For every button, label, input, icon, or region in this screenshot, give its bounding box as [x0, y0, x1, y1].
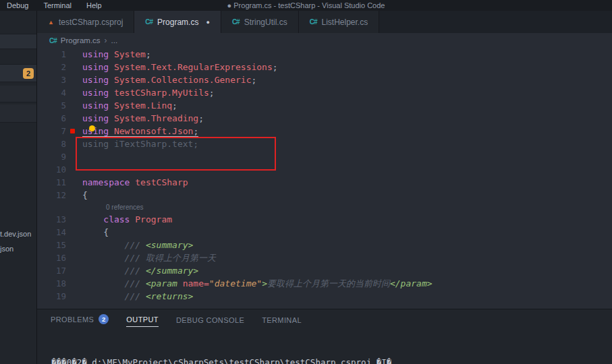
line-number[interactable]: 16 [37, 251, 66, 264]
code-line: 1using System; [37, 48, 612, 61]
code-line: 14 { [37, 226, 612, 239]
panel-tabs: PROBLEMS 2 OUTPUT DEBUG CONSOLE TERMINAL [37, 309, 612, 327]
code-line: 13 class Program [37, 213, 612, 226]
tab-program-cs[interactable]: C# Program.cs ● [134, 11, 221, 33]
line-number[interactable]: 7 [37, 125, 66, 138]
code-text: using System.Text.RegularExpressions; [66, 61, 278, 73]
csproj-file-icon: ▲ [48, 19, 54, 26]
sidebar-row[interactable]: 2 [0, 64, 37, 82]
sidebar-row[interactable] [0, 104, 37, 123]
problems-count-badge: 2 [99, 314, 109, 324]
sidebar-row[interactable] [0, 86, 37, 102]
code-text: using Newtonsoft.Json; [66, 125, 198, 138]
sidebar-file-json[interactable]: json [0, 245, 13, 253]
menu-debug[interactable]: Debug [7, 0, 28, 11]
code-line: 11namespace testCSharp [37, 176, 612, 189]
output-line: ���0�2� d:\MF\MyProject\cSharpSets\testC… [41, 356, 612, 364]
breadcrumb: C# Program.cs › ... [37, 33, 612, 48]
line-number[interactable]: 10 [37, 163, 66, 176]
tab-label: ListHelper.cs [322, 18, 368, 27]
csharp-file-icon: C# [232, 18, 240, 26]
code-text: /// <param name="datetime">要取得上个月第一天的当前时… [66, 277, 433, 290]
code-line: 8using iTextSharp.text; [37, 138, 612, 150]
line-number[interactable]: 14 [37, 226, 66, 239]
code-text [66, 163, 82, 176]
menu-bar: Debug Terminal Help [0, 0, 102, 11]
line-number[interactable]: 17 [37, 264, 66, 277]
tab-label: testCSharp.csproj [59, 18, 123, 27]
line-number[interactable]: 2 [37, 61, 66, 73]
code-line: 3using System.Collections.Generic; [37, 73, 612, 86]
tab-label: Program.cs [157, 18, 198, 27]
breakpoint-icon[interactable] [70, 129, 75, 133]
tab-stringutil-cs[interactable]: C# StringUtil.cs [221, 11, 299, 33]
code-line: 18 /// <param name="datetime">要取得上个月第一天的… [37, 277, 612, 290]
code-line: 15 /// <summary> [37, 239, 612, 251]
vscode-window: Debug Terminal Help ● Program.cs - testC… [0, 0, 612, 364]
code-line: 10 [37, 163, 612, 176]
line-number[interactable]: 4 [37, 86, 66, 99]
line-number[interactable]: 13 [37, 213, 66, 226]
csharp-file-icon: C# [145, 18, 152, 26]
line-number[interactable]: 9 [37, 150, 66, 163]
code-text: using testCSharp.MyUtils; [66, 86, 215, 99]
sidebar-file-devjson[interactable]: t.dev.json [0, 230, 31, 238]
code-line: 16 /// 取得上个月第一天 [37, 251, 612, 264]
line-number[interactable]: 1 [37, 48, 66, 61]
codelens-references[interactable]: 0 references [37, 202, 612, 213]
line-number[interactable]: 19 [37, 290, 66, 303]
code-editor[interactable]: 1using System;2using System.Text.Regular… [37, 48, 612, 309]
modified-count-badge: 2 [23, 68, 34, 79]
code-text: /// <summary> [66, 239, 193, 251]
code-line: 6using System.Threading; [37, 112, 612, 125]
sidebar: 2 t.dev.json json [0, 11, 37, 364]
code-text: /// </summary> [66, 264, 198, 277]
panel-tab-problems[interactable]: PROBLEMS 2 [51, 314, 109, 327]
code-text: class Program [66, 213, 172, 226]
line-number[interactable]: 11 [37, 176, 66, 189]
panel-tab-terminal[interactable]: TERMINAL [262, 316, 302, 327]
code-line: 12{ [37, 189, 612, 202]
line-number[interactable]: 6 [37, 112, 66, 125]
code-text: namespace testCSharp [66, 176, 188, 189]
line-number[interactable]: 8 [37, 138, 66, 150]
breadcrumb-file[interactable]: Program.cs [61, 36, 101, 44]
chevron-right-icon: › [105, 36, 107, 45]
menu-terminal[interactable]: Terminal [43, 0, 72, 11]
line-number[interactable]: 15 [37, 239, 66, 251]
bottom-panel: PROBLEMS 2 OUTPUT DEBUG CONSOLE TERMINAL… [37, 309, 612, 364]
code-text: /// 取得上个月第一天 [66, 251, 216, 264]
panel-tab-output[interactable]: OUTPUT [126, 315, 159, 327]
line-number[interactable]: 3 [37, 73, 66, 86]
code-line: 2using System.Text.RegularExpressions; [37, 61, 612, 73]
tab-label: StringUtil.cs [244, 18, 287, 27]
code-text: using System.Linq; [66, 99, 177, 112]
output-log[interactable]: ���0�2� d:\MF\MyProject\cSharpSets\testC… [37, 327, 612, 364]
panel-tab-label: PROBLEMS [51, 315, 94, 324]
code-text: using System; [66, 48, 151, 61]
lightbulb-icon[interactable] [89, 125, 95, 131]
code-line: 5using System.Linq; [37, 99, 612, 112]
editor-tabs: ▲ testCSharp.csproj C# Program.cs ● C# S… [37, 11, 612, 33]
csharp-file-icon: C# [310, 18, 317, 26]
line-number[interactable]: 12 [37, 189, 66, 202]
menu-help[interactable]: Help [86, 0, 102, 11]
panel-tab-debug-console[interactable]: DEBUG CONSOLE [176, 316, 244, 327]
code-line: 19 /// <returns> [37, 290, 612, 303]
code-text [66, 150, 82, 163]
code-text: using System.Threading; [66, 112, 204, 125]
code-line: 9 [37, 150, 612, 163]
line-number[interactable]: 5 [37, 99, 66, 112]
csharp-file-icon: C# [49, 37, 57, 44]
sidebar-row[interactable] [0, 34, 37, 49]
code-text: /// <returns> [66, 290, 193, 303]
tab-testcsharp-csproj[interactable]: ▲ testCSharp.csproj [37, 11, 134, 33]
line-number[interactable]: 18 [37, 277, 66, 290]
code-line: 4using testCSharp.MyUtils; [37, 86, 612, 99]
dirty-indicator-icon[interactable]: ● [206, 19, 209, 26]
breadcrumb-more[interactable]: ... [111, 36, 118, 44]
tab-listhelper-cs[interactable]: C# ListHelper.cs [299, 11, 380, 33]
code-text: { [66, 226, 109, 239]
code-line: 7using Newtonsoft.Json; [37, 125, 612, 138]
code-text: { [66, 189, 88, 202]
